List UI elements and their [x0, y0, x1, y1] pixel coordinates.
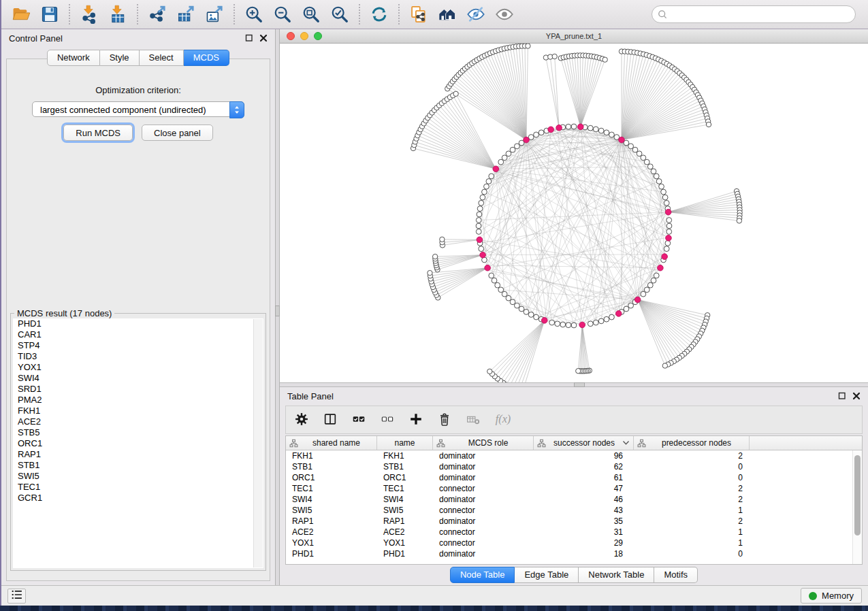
table-row[interactable]: SWI4SWI4dominator462 — [286, 494, 862, 505]
mcds-result-item[interactable]: STP4 — [13, 340, 263, 351]
duplicate-network-button[interactable] — [408, 3, 430, 25]
mcds-result-item[interactable]: PMA2 — [13, 395, 263, 406]
network-graph[interactable] — [280, 44, 868, 383]
export-network-button[interactable] — [146, 3, 168, 25]
import-network-button[interactable] — [78, 3, 100, 25]
show-eye-button[interactable] — [494, 3, 515, 25]
mcds-list-scrollbar[interactable] — [253, 319, 263, 567]
table-cell: ORC1 — [286, 472, 377, 483]
float-panel-icon[interactable] — [838, 392, 846, 400]
panel-list-button[interactable] — [7, 589, 26, 604]
table-cell: connector — [433, 538, 534, 548]
tab-edge-table[interactable]: Edge Table — [515, 567, 579, 583]
table-row[interactable]: SWI5SWI5connector431 — [286, 505, 862, 516]
tab-select[interactable]: Select — [140, 50, 184, 66]
zoom-selected-icon — [330, 5, 349, 24]
close-panel-icon[interactable] — [259, 34, 268, 42]
export-image-button[interactable] — [204, 3, 225, 25]
column-header-MCDS-role[interactable]: MCDS role — [433, 436, 534, 450]
zoom-fit-button[interactable] — [300, 3, 322, 25]
shared-column-icon — [289, 439, 298, 448]
network-canvas[interactable] — [280, 44, 868, 382]
table-row[interactable]: FKH1FKH1dominator962 — [286, 450, 862, 461]
tab-network-table[interactable]: Network Table — [579, 567, 654, 583]
search-input[interactable] — [671, 9, 850, 20]
hide-eye-button[interactable] — [465, 3, 487, 25]
delete-column-button[interactable] — [436, 410, 453, 430]
zoom-selected-button[interactable] — [329, 3, 351, 25]
mcds-result-list[interactable]: PHD1CAR1STP4TID3YOX1SWI4SRD1PMA2FKH1ACE2… — [13, 318, 263, 568]
tab-motifs[interactable]: Motifs — [654, 567, 698, 583]
add-column-button[interactable] — [407, 410, 425, 430]
run-mcds-button[interactable]: Run MCDS — [63, 125, 133, 141]
deselect-all-button[interactable] — [379, 410, 396, 430]
table-scrollbar[interactable] — [852, 450, 862, 564]
tab-mcds[interactable]: MCDS — [184, 50, 229, 66]
mcds-result-item[interactable]: SWI5 — [13, 471, 263, 482]
tab-style[interactable]: Style — [100, 50, 140, 66]
splitter-grip[interactable] — [275, 306, 280, 316]
mcds-result-item[interactable]: TID3 — [13, 351, 263, 362]
close-window-icon[interactable] — [287, 32, 295, 40]
table-cell: 31 — [534, 527, 634, 538]
network-titlebar[interactable]: YPA_prune.txt_1 — [280, 29, 868, 44]
horizontal-splitter[interactable] — [280, 382, 868, 387]
table-cell: STB1 — [377, 461, 433, 472]
mcds-result-item[interactable]: YOX1 — [13, 362, 263, 373]
zoom-in-button[interactable] — [243, 3, 265, 25]
tab-node-table[interactable]: Node Table — [450, 567, 515, 583]
scrollbar-thumb[interactable] — [854, 455, 861, 535]
mcds-result-item[interactable]: RAP1 — [13, 449, 263, 460]
table-row[interactable]: RAP1RAP1dominator352 — [286, 516, 862, 527]
table-row[interactable]: PHD1PHD1dominator180 — [286, 548, 862, 559]
splitter-grip[interactable] — [574, 382, 585, 387]
export-table-button[interactable] — [175, 3, 197, 25]
mcds-result-item[interactable]: TEC1 — [13, 482, 263, 493]
table-row[interactable]: TEC1TEC1connector472 — [286, 483, 862, 494]
dominator-node — [541, 318, 547, 324]
column-header-shared-name[interactable]: shared name — [286, 436, 377, 450]
save-button[interactable] — [39, 3, 61, 25]
select-all-button[interactable] — [350, 410, 368, 430]
column-header-predecessor-nodes[interactable]: predecessor nodes — [634, 436, 750, 450]
memory-button[interactable]: Memory — [801, 588, 862, 604]
table-row[interactable]: STB1STB1dominator620 — [286, 461, 862, 472]
close-panel-button[interactable]: Close panel — [142, 125, 213, 141]
zoom-out-button[interactable] — [272, 3, 293, 25]
mcds-result-item[interactable]: STB1 — [13, 460, 263, 471]
mcds-result-item[interactable]: PHD1 — [13, 318, 263, 329]
tab-network[interactable]: Network — [47, 50, 100, 66]
mcds-result-item[interactable]: STB5 — [13, 427, 263, 438]
search-box[interactable] — [652, 5, 856, 23]
memory-status-icon — [809, 592, 817, 600]
mcds-result-item[interactable]: CAR1 — [13, 329, 263, 340]
zoom-fit-icon — [302, 5, 321, 24]
mcds-result-item[interactable]: GCR1 — [13, 493, 263, 503]
zoom-window-icon[interactable] — [314, 32, 322, 40]
close-panel-icon[interactable] — [852, 392, 861, 400]
table-row[interactable]: YOX1YOX1connector291 — [286, 538, 862, 548]
float-panel-icon[interactable] — [245, 34, 253, 42]
table-row[interactable]: ACE2ACE2connector311 — [286, 527, 862, 538]
minimize-window-icon[interactable] — [300, 32, 308, 40]
column-header-name[interactable]: name — [377, 436, 433, 450]
mcds-result-item[interactable]: ACE2 — [13, 416, 263, 427]
refresh-button[interactable] — [368, 3, 390, 25]
criterion-dropdown[interactable]: largest connected component (undirected) — [32, 101, 244, 117]
table-row[interactable]: ORC1ORC1dominator610 — [286, 472, 862, 483]
mcds-result-item[interactable]: SRD1 — [13, 384, 263, 395]
table-panel: Table Panel f(x) shared namenameMCDS rol… — [280, 387, 868, 585]
home-networks-button[interactable] — [436, 3, 458, 25]
save-icon — [40, 5, 59, 24]
mcds-result-item[interactable]: SWI4 — [13, 373, 263, 384]
mcds-result-item[interactable]: ORC1 — [13, 438, 263, 449]
column-header-successor-nodes[interactable]: successor nodes — [534, 436, 634, 450]
dominator-node — [579, 322, 585, 328]
split-table-button[interactable] — [321, 410, 339, 430]
vertical-splitter[interactable] — [275, 29, 280, 585]
import-table-button[interactable] — [107, 3, 129, 25]
open-file-button[interactable] — [10, 3, 32, 25]
settings-gear-button[interactable] — [293, 410, 310, 430]
delete-table-icon — [466, 412, 481, 429]
mcds-result-item[interactable]: FKH1 — [13, 406, 263, 416]
